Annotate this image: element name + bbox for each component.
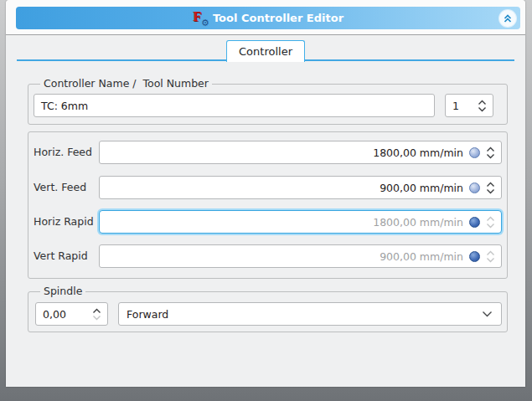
horiz-feed-input[interactable]: 1800,00 mm/min bbox=[99, 141, 502, 164]
spin-down-icon[interactable] bbox=[92, 315, 101, 321]
spindle-speed-value: 0,00 bbox=[43, 308, 66, 321]
feeds-group: Horiz. Feed 1800,00 mm/min Vert. Feed 90… bbox=[28, 131, 508, 279]
spin-up-icon[interactable] bbox=[486, 182, 495, 188]
vert-feed-value: 900,00 mm/min bbox=[380, 182, 463, 194]
expression-icon[interactable] bbox=[469, 183, 480, 193]
spindle-group: Spindle 0,00 Forward bbox=[28, 291, 508, 332]
spin-down-icon[interactable] bbox=[486, 153, 495, 159]
vert-rapid-value: 900,00 mm/min bbox=[380, 250, 463, 263]
tool-number-value: 1 bbox=[452, 100, 459, 112]
title-wrap: F ⚙ Tool Controller Editor bbox=[193, 11, 343, 25]
expression-icon[interactable] bbox=[469, 251, 480, 262]
expression-icon[interactable] bbox=[469, 217, 480, 228]
spindle-direction-dropdown[interactable]: Forward bbox=[118, 302, 502, 326]
vert-feed-input[interactable]: 900,00 mm/min bbox=[99, 176, 502, 199]
horiz-feed-label: Horiz. Feed bbox=[34, 141, 92, 164]
spindle-speed-spinbox[interactable]: 0,00 bbox=[35, 302, 108, 326]
vert-rapid-input[interactable]: 900,00 mm/min bbox=[99, 244, 502, 268]
spin-down-icon[interactable] bbox=[486, 188, 495, 194]
controller-name-input[interactable]: TC: 6mm bbox=[34, 94, 435, 117]
name-tool-number-group-label: Controller Name / Tool Number bbox=[40, 77, 212, 90]
spin-up-icon[interactable] bbox=[478, 100, 487, 105]
double-chevron-up-icon bbox=[503, 13, 513, 23]
dialog-titlebar[interactable]: F ⚙ Tool Controller Editor bbox=[16, 7, 520, 29]
spin-up-icon[interactable] bbox=[486, 216, 495, 222]
name-tool-number-group: Controller Name / Tool Number TC: 6mm 1 bbox=[28, 84, 508, 125]
dialog-header: F ⚙ Tool Controller Editor bbox=[6, 0, 525, 35]
controller-name-value: TC: 6mm bbox=[41, 100, 88, 112]
horiz-rapid-input[interactable]: 1800,00 mm/min bbox=[99, 210, 502, 234]
horiz-rapid-label: Horiz Rapid bbox=[34, 210, 94, 234]
horiz-feed-value: 1800,00 mm/min bbox=[373, 147, 463, 159]
tool-controller-editor-dialog: F ⚙ Tool Controller Editor Controller Co… bbox=[6, 0, 525, 387]
spin-down-icon[interactable] bbox=[486, 223, 495, 229]
dropdown-chevron-icon bbox=[482, 311, 493, 317]
horiz-rapid-value: 1800,00 mm/min bbox=[373, 216, 463, 229]
vert-feed-label: Vert. Feed bbox=[34, 176, 86, 199]
tab-controller-label: Controller bbox=[239, 45, 292, 58]
spindle-group-label: Spindle bbox=[40, 285, 85, 297]
spin-up-icon[interactable] bbox=[486, 250, 495, 256]
spin-up-icon[interactable] bbox=[486, 147, 495, 152]
spin-up-icon[interactable] bbox=[92, 308, 101, 314]
freecad-logo-icon: F ⚙ bbox=[193, 11, 207, 25]
tool-number-spinbox[interactable]: 1 bbox=[445, 94, 493, 117]
tab-controller[interactable]: Controller bbox=[226, 40, 305, 62]
dialog-title: Tool Controller Editor bbox=[213, 12, 343, 24]
spindle-direction-value: Forward bbox=[127, 308, 168, 321]
collapse-button[interactable] bbox=[499, 10, 516, 27]
expression-icon[interactable] bbox=[469, 147, 480, 158]
spin-down-icon[interactable] bbox=[478, 106, 487, 112]
vert-rapid-label: Vert Rapid bbox=[34, 244, 88, 268]
spin-down-icon[interactable] bbox=[486, 257, 495, 263]
